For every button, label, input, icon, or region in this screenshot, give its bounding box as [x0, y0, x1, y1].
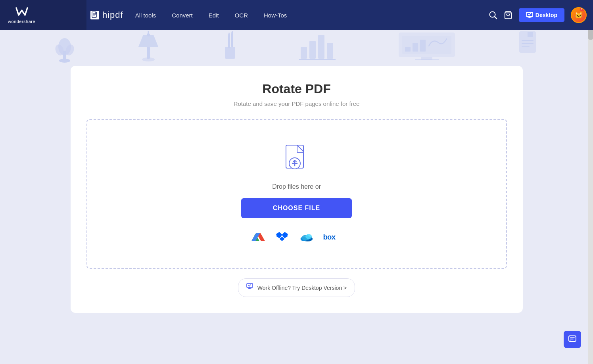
monitor-icon	[395, 31, 459, 63]
box-icon: box	[322, 232, 342, 242]
cart-button[interactable]	[504, 11, 512, 19]
nav-convert[interactable]: Convert	[172, 12, 193, 19]
wondershare-logo: wondershare	[8, 6, 35, 24]
svg-line-2	[494, 17, 497, 19]
svg-rect-17	[225, 47, 235, 59]
svg-rect-29	[405, 47, 411, 52]
hero-decorations	[0, 31, 593, 66]
cart-icon	[504, 11, 512, 19]
nav-ocr[interactable]: OCR	[235, 12, 248, 19]
svg-rect-24	[318, 35, 324, 59]
deco-monitor	[395, 31, 459, 66]
upload-icon-wrap	[283, 144, 311, 175]
choose-file-button[interactable]: CHOOSE FILE	[241, 198, 352, 218]
offline-banner[interactable]: Work Offline? Try Desktop Version >	[238, 278, 355, 297]
svg-marker-20	[228, 32, 230, 35]
nav-how-tos[interactable]: How-Tos	[264, 12, 287, 19]
cloud-icons: box	[251, 230, 342, 244]
desktop-offline-svg	[246, 283, 254, 291]
svg-rect-25	[327, 43, 333, 59]
avatar-button[interactable]: 🐱 Pro	[571, 7, 587, 23]
svg-rect-22	[301, 47, 307, 59]
nav-actions: Desktop 🐱 Pro	[489, 7, 587, 23]
svg-rect-23	[309, 41, 316, 59]
brand-area: wondershare	[0, 0, 86, 30]
deco-chart	[297, 31, 337, 66]
dropbox-icon	[275, 230, 289, 244]
svg-rect-32	[421, 57, 432, 60]
bar-chart-icon	[297, 31, 337, 63]
document-icon	[516, 31, 540, 63]
desktop-icon	[526, 11, 533, 19]
onedrive-icon	[299, 231, 313, 243]
drop-zone[interactable]: Drop files here or CHOOSE FILE	[86, 119, 507, 269]
scrollbar[interactable]	[588, 0, 593, 364]
hipdf-logo[interactable]: hipdf	[90, 10, 123, 20]
offline-banner-text: Work Offline? Try Desktop Version >	[257, 285, 347, 291]
deco-lamp	[134, 31, 162, 66]
svg-rect-13	[147, 47, 150, 59]
chat-icon	[568, 335, 577, 344]
wondershare-icon	[15, 6, 29, 17]
search-button[interactable]	[489, 11, 497, 19]
gdrive-icon	[251, 230, 265, 244]
wondershare-label: wondershare	[8, 19, 35, 24]
svg-rect-30	[413, 43, 418, 52]
hipdf-icon	[90, 11, 99, 19]
page-title: Rotate PDF	[86, 82, 507, 96]
upload-file-icon	[283, 144, 311, 175]
chat-button[interactable]	[564, 331, 581, 348]
desktop-button[interactable]: Desktop	[519, 8, 564, 22]
svg-rect-19	[231, 33, 233, 47]
pro-badge: Pro	[580, 7, 587, 11]
pencil-cup-icon	[220, 31, 240, 63]
svg-rect-31	[420, 40, 426, 52]
svg-rect-51	[569, 336, 576, 341]
svg-point-14	[142, 57, 155, 61]
deco-document	[516, 31, 540, 66]
deco-plant	[53, 31, 77, 66]
gdrive-button[interactable]	[251, 230, 265, 244]
hero-background	[0, 30, 593, 66]
search-icon	[489, 11, 497, 19]
lamp-icon	[134, 31, 162, 63]
svg-marker-12	[138, 35, 158, 47]
main-content: Rotate PDF Rotate and save your PDF page…	[0, 66, 593, 329]
dropbox-button[interactable]	[275, 230, 289, 244]
deco-pencil-cup	[220, 31, 240, 66]
page-subtitle: Rotate and save your PDF pages online fo…	[86, 100, 507, 107]
svg-point-46	[305, 234, 312, 239]
svg-text:box: box	[323, 233, 336, 241]
main-card: Rotate PDF Rotate and save your PDF page…	[71, 66, 523, 313]
nav-links: All tools Convert Edit OCR How-Tos	[135, 12, 489, 19]
hipdf-label: hipdf	[102, 10, 123, 20]
svg-marker-21	[231, 31, 233, 33]
svg-rect-18	[228, 35, 230, 48]
plant-icon	[53, 31, 77, 63]
nav-edit[interactable]: Edit	[209, 12, 219, 19]
box-button[interactable]: box	[322, 230, 342, 244]
hipdf-icon-svg	[91, 11, 98, 19]
desktop-offline-icon	[246, 283, 254, 293]
navbar: wondershare hipdf All tools Convert Edit…	[0, 0, 593, 30]
drop-text: Drop files here or	[272, 183, 321, 190]
onedrive-button[interactable]	[299, 230, 313, 244]
desktop-btn-label: Desktop	[535, 12, 557, 18]
svg-rect-35	[528, 32, 533, 37]
nav-all-tools[interactable]: All tools	[135, 12, 156, 19]
